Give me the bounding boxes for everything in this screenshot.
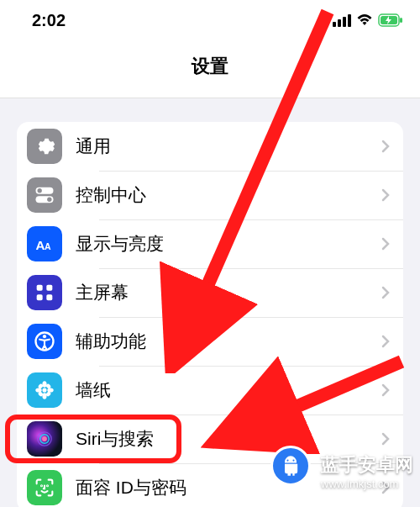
label: 辅助功能 [76, 330, 381, 353]
svg-point-4 [37, 188, 41, 193]
watermark-text: 蓝手安卓网 www.lmkjst.com [321, 452, 413, 490]
svg-point-18 [35, 388, 41, 392]
signal-icon [333, 14, 351, 27]
svg-point-19 [47, 388, 53, 392]
svg-rect-11 [37, 294, 43, 300]
svg-point-27 [41, 485, 42, 486]
label: 显示与亮度 [76, 232, 381, 256]
svg-point-32 [292, 460, 294, 462]
time: 2:02 [32, 11, 66, 30]
label: 墙纸 [76, 378, 381, 402]
flower-icon [27, 372, 62, 408]
svg-point-14 [43, 335, 46, 338]
toggles-icon [27, 177, 62, 213]
label: 主屏幕 [76, 281, 381, 304]
svg-point-6 [47, 198, 51, 202]
row-home-screen[interactable]: 主屏幕 [17, 268, 403, 317]
grid-icon [27, 275, 62, 310]
svg-rect-2 [400, 18, 402, 23]
watermark-badge [270, 446, 311, 486]
chevron-right-icon [381, 237, 390, 251]
siri-icon [27, 421, 62, 457]
chevron-right-icon [381, 335, 390, 348]
page-title: 设置 [0, 54, 420, 79]
battery-icon [378, 13, 403, 27]
svg-point-26 [42, 436, 47, 441]
wifi-icon [356, 13, 373, 27]
svg-text:A: A [36, 238, 45, 252]
svg-text:A: A [45, 241, 51, 251]
watermark-brand: 蓝手安卓网 [321, 452, 413, 478]
status-icons [333, 13, 403, 27]
text-size-icon: AA [27, 226, 62, 261]
label: 通用 [76, 135, 381, 158]
row-accessibility[interactable]: 辅助功能 [17, 317, 403, 366]
row-wallpaper[interactable]: 墙纸 [17, 366, 403, 415]
row-general[interactable]: 通用 [17, 122, 403, 171]
faceid-icon [27, 470, 62, 505]
watermark-url: www.lmkjst.com [321, 478, 413, 490]
status-bar: 2:02 [0, 0, 420, 40]
svg-point-15 [42, 388, 46, 392]
chevron-right-icon [381, 188, 390, 202]
chevron-right-icon [381, 140, 390, 153]
svg-rect-9 [37, 285, 43, 291]
row-display[interactable]: AA 显示与亮度 [17, 219, 403, 268]
svg-point-16 [42, 381, 46, 387]
chevron-right-icon [381, 383, 390, 397]
svg-rect-12 [46, 294, 52, 300]
row-control-center[interactable]: 控制中心 [17, 171, 403, 219]
svg-point-28 [47, 485, 48, 486]
chevron-right-icon [381, 286, 390, 299]
gear-icon [27, 129, 62, 164]
label: Siri与搜索 [76, 427, 381, 451]
label: 控制中心 [76, 183, 381, 207]
android-icon [279, 454, 302, 478]
accessibility-icon [27, 324, 62, 359]
settings-list: 通用 控制中心 AA 显示与亮度 主屏幕 辅助功能 墙纸 [17, 122, 403, 507]
page-header: 设置 [0, 40, 420, 98]
svg-point-17 [42, 393, 46, 399]
svg-point-31 [286, 460, 288, 462]
chevron-right-icon [381, 432, 390, 446]
svg-rect-10 [46, 285, 52, 291]
